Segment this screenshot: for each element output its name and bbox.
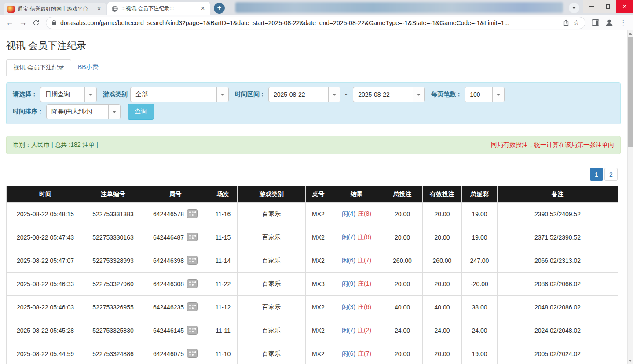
roadmap-icon[interactable] bbox=[187, 209, 198, 219]
cell-game-type: 百家乐 bbox=[238, 296, 306, 319]
header-payout: 总派彩 bbox=[462, 186, 498, 203]
cell-total-bet-link[interactable]: 40.00 bbox=[382, 296, 423, 319]
maximize-button[interactable] bbox=[600, 0, 616, 13]
tab-close-icon[interactable]: × bbox=[199, 5, 206, 12]
cell-total-bet-link[interactable]: 24.00 bbox=[382, 319, 423, 342]
address-bar[interactable]: dorasabs.com/game/betrecord_search/kind3… bbox=[46, 17, 585, 29]
dropdown-toggle[interactable] bbox=[492, 87, 504, 102]
browser-tab-1[interactable]: 通宝-信誉最好的网上游戏平台 × bbox=[4, 3, 106, 15]
three-dots-icon: ⋮ bbox=[620, 19, 627, 27]
sort-order-dropdown[interactable]: 降幂(由大到小) bbox=[46, 104, 121, 119]
tab-close-icon[interactable]: × bbox=[95, 6, 102, 13]
currency-total-text: 币别：人民币 | 总共 :182 注单 | bbox=[13, 141, 98, 149]
share-button[interactable] bbox=[563, 19, 570, 26]
dropdown-toggle[interactable] bbox=[84, 87, 96, 102]
cell-payout: 247.00 bbox=[462, 249, 498, 273]
table-row: 2025-08-22 05:47:43 522753330163 6424464… bbox=[7, 226, 618, 249]
scroll-down-arrow-icon[interactable] bbox=[628, 357, 633, 364]
profile-avatar-button[interactable] bbox=[603, 17, 615, 29]
roadmap-icon[interactable] bbox=[187, 279, 198, 289]
roadmap-icon[interactable] bbox=[187, 326, 198, 336]
cell-note: 2024.02/2048.02 bbox=[498, 319, 618, 342]
cell-bet-no: 522753328993 bbox=[84, 249, 142, 273]
forward-button[interactable]: → bbox=[17, 17, 29, 29]
window-controls: × bbox=[583, 0, 633, 13]
close-button[interactable]: × bbox=[616, 0, 633, 13]
dropdown-toggle[interactable] bbox=[328, 87, 340, 102]
cell-valid-bet: 20.00 bbox=[423, 342, 462, 364]
cell-bet-no: 522753327960 bbox=[84, 273, 142, 296]
tab-search-chevron-button[interactable] bbox=[569, 3, 579, 13]
bookmark-star-button[interactable]: ☆ bbox=[573, 18, 580, 27]
browser-tab-2[interactable]: :::视讯 会员下注纪录::: × bbox=[107, 2, 210, 15]
url-text: dorasabs.com/game/betrecord_search/kind3… bbox=[60, 19, 559, 26]
cell-valid-bet: 40.00 bbox=[423, 296, 462, 319]
roadmap-icon[interactable] bbox=[187, 349, 198, 359]
cell-table-no: MX2 bbox=[306, 226, 331, 249]
cell-table-no: MX2 bbox=[306, 203, 331, 226]
side-panel-button[interactable] bbox=[589, 17, 601, 29]
page-size-dropdown[interactable]: 100 bbox=[465, 87, 505, 102]
cell-result: 闲(6)庄(7) bbox=[331, 342, 382, 364]
cell-result: 闲(7)庄(2) bbox=[331, 319, 382, 342]
maximize-icon bbox=[606, 4, 610, 9]
cell-game-type: 百家乐 bbox=[238, 273, 306, 296]
game-type-dropdown[interactable]: 全部 bbox=[130, 87, 229, 102]
cell-payout: 24.00 bbox=[462, 319, 498, 342]
date-start-picker[interactable]: 2025-08-22 bbox=[268, 87, 340, 102]
reload-button[interactable] bbox=[30, 17, 42, 29]
cell-session: 11-11 bbox=[209, 319, 238, 342]
cell-total-bet-link[interactable]: 260.00 bbox=[382, 249, 423, 273]
table-row: 2025-08-22 05:44:59 522753324886 6424460… bbox=[7, 342, 618, 364]
minimize-icon bbox=[589, 6, 594, 7]
cell-total-bet-link[interactable]: 20.00 bbox=[382, 226, 423, 249]
cell-valid-bet: 260.00 bbox=[423, 249, 462, 273]
search-button[interactable]: 查询 bbox=[128, 104, 154, 120]
sort-label: 时间排序： bbox=[13, 108, 44, 116]
scrollbar-thumb[interactable] bbox=[628, 37, 633, 147]
new-tab-button[interactable]: + bbox=[214, 3, 225, 14]
back-button[interactable]: ← bbox=[4, 17, 16, 29]
back-arrow-icon: ← bbox=[6, 18, 14, 27]
dropdown-toggle[interactable] bbox=[216, 87, 228, 102]
same-round-notice: 同局有效投注，统一计算在该局第一张注单内 bbox=[491, 141, 614, 149]
date-end-picker[interactable]: 2025-08-22 bbox=[353, 87, 425, 102]
cell-note: 2390.52/2409.52 bbox=[498, 203, 618, 226]
tab-bet-records[interactable]: 视讯 会员下注纪录 bbox=[6, 59, 71, 76]
share-icon bbox=[563, 19, 570, 26]
cell-round-no: 642446145 bbox=[142, 319, 209, 342]
query-mode-dropdown[interactable]: 日期查询 bbox=[40, 87, 97, 102]
dropdown-toggle[interactable] bbox=[108, 105, 120, 119]
cell-round-no: 642446235 bbox=[142, 296, 209, 319]
chevron-down-icon bbox=[417, 94, 421, 96]
browser-menu-button[interactable]: ⋮ bbox=[617, 17, 629, 29]
dropdown-toggle[interactable] bbox=[413, 87, 424, 102]
cell-round-no: 642446308 bbox=[142, 273, 209, 296]
bet-records-table: 时间 注单编号 局号 场次 游戏类别 桌号 结果 总投注 有效投注 总派彩 备注… bbox=[6, 186, 618, 364]
cell-table-no: MX2 bbox=[306, 319, 331, 342]
cell-total-bet-link[interactable]: 20.00 bbox=[382, 273, 423, 296]
page-button-2[interactable]: 2 bbox=[604, 168, 618, 181]
roadmap-icon[interactable] bbox=[187, 233, 198, 243]
roadmap-icon[interactable] bbox=[187, 256, 198, 266]
cell-total-bet-link[interactable]: 20.00 bbox=[382, 203, 423, 226]
toolbar-right-icons: ⋮ bbox=[589, 17, 629, 29]
page-scrollbar[interactable] bbox=[627, 30, 633, 364]
star-icon: ☆ bbox=[573, 18, 580, 27]
cell-note: 2371.52/2390.52 bbox=[498, 226, 618, 249]
tab-bb-tip[interactable]: BB小费 bbox=[71, 59, 105, 76]
cell-total-bet-link[interactable]: 20.00 bbox=[382, 342, 423, 364]
scroll-up-arrow-icon[interactable] bbox=[628, 30, 633, 37]
minimize-button[interactable] bbox=[583, 0, 600, 13]
chevron-down-icon bbox=[89, 94, 92, 96]
cell-game-type: 百家乐 bbox=[238, 342, 306, 364]
cell-bet-no: 522753326955 bbox=[84, 296, 142, 319]
roadmap-icon[interactable] bbox=[187, 302, 198, 313]
cell-table-no: MX2 bbox=[306, 249, 331, 273]
page-button-1[interactable]: 1 bbox=[590, 168, 603, 181]
blurred-title-region bbox=[235, 2, 563, 13]
cell-session: 11-22 bbox=[209, 273, 238, 296]
cell-bet-no: 522753330163 bbox=[84, 226, 142, 249]
cell-game-type: 百家乐 bbox=[238, 319, 306, 342]
filter-row-1: 请选择： 日期查询 游戏类别 全部 时间区间： 2025-08-22 ~ 202… bbox=[13, 87, 614, 102]
